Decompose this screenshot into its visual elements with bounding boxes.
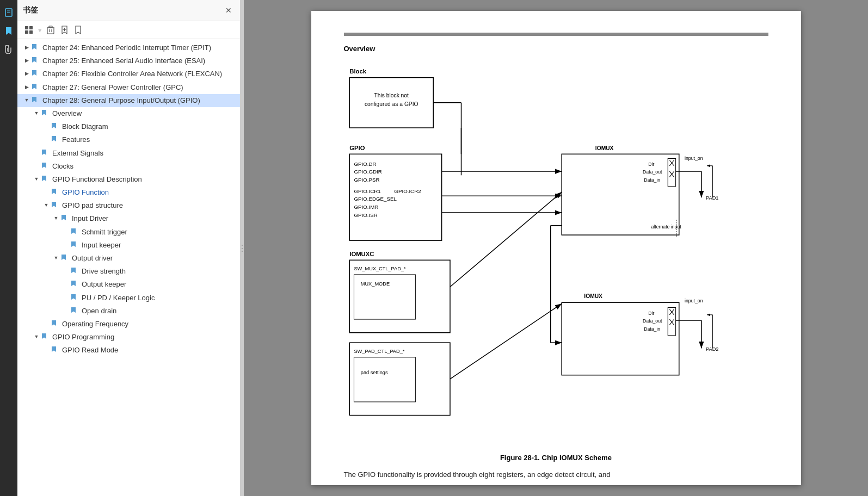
- layout-button[interactable]: [22, 24, 36, 36]
- input-driver-label: Input Driver: [72, 214, 236, 224]
- iomux-scheme-svg: Block This block not configured as a GPI…: [344, 64, 768, 443]
- tree-item-pu-pd-keeper[interactable]: PU / PD / Keeper Logic: [17, 292, 240, 305]
- svg-text:SW_PAD_CTL_PAD_*: SW_PAD_CTL_PAD_*: [354, 349, 404, 354]
- bookmark-icon-gpio-func-desc: [41, 175, 50, 182]
- bookmark-icon-features: [51, 135, 60, 142]
- ch27-label: Chapter 27: General Power Controller (GP…: [42, 83, 236, 92]
- bookmark-icon-gpio-programming: [41, 332, 50, 339]
- tree-item-overview[interactable]: Overview: [17, 107, 240, 120]
- sidebar-toolbar: ▾: [17, 21, 240, 39]
- tree-item-ch24[interactable]: Chapter 24: Enhanced Periodic Interrupt …: [17, 41, 240, 54]
- tree-item-external-signals[interactable]: External Signals: [17, 147, 240, 160]
- svg-rect-63: [562, 302, 679, 375]
- svg-line-59: [450, 303, 562, 379]
- bookmark-button2[interactable]: [72, 24, 84, 36]
- toggle-external-signals: [32, 148, 41, 149]
- output-driver-label: Output driver: [72, 253, 236, 263]
- toggle-ch27[interactable]: [22, 83, 32, 91]
- svg-text:GPIO.PSR: GPIO.PSR: [354, 177, 379, 183]
- bookmark-icon-drive-strength: [71, 266, 79, 274]
- toggle-gpio-programming[interactable]: [32, 332, 41, 340]
- sidebar-title: 书签: [23, 5, 38, 15]
- tree-item-input-keeper[interactable]: Input keeper: [17, 239, 240, 252]
- tree-item-open-drain[interactable]: Open drain: [17, 305, 240, 318]
- paperclip-icon[interactable]: [2, 42, 16, 57]
- bookmark-icon-block-diagram: [51, 122, 60, 129]
- svg-text:GPIO.DR: GPIO.DR: [354, 161, 376, 167]
- ch25-label: Chapter 25: Enhanced Serial Audio Interf…: [42, 56, 236, 66]
- gpio-function-label[interactable]: GPIO Function: [62, 188, 236, 197]
- svg-text:alternate input: alternate input: [651, 224, 681, 230]
- tree-item-gpio-read-mode[interactable]: GPIO Read Mode: [17, 344, 240, 357]
- delete-button[interactable]: [44, 24, 57, 36]
- toggle-ch24[interactable]: [22, 43, 32, 51]
- gpio-pad-structure-label: GPIO pad structure: [62, 201, 236, 210]
- tree-item-schmitt-trigger[interactable]: Schmitt trigger: [17, 226, 240, 239]
- toggle-clocks: [32, 162, 41, 162]
- tree-item-features[interactable]: Features: [17, 133, 240, 146]
- tree-item-drive-strength[interactable]: Drive strength: [17, 265, 240, 278]
- bookmark-icon-overview: [41, 109, 50, 116]
- svg-text:GPIO.ICR1: GPIO.ICR1: [354, 188, 380, 194]
- main-content: Overview Block This block not configured…: [244, 0, 868, 496]
- clocks-label: Clocks: [52, 162, 236, 171]
- tree-item-clocks[interactable]: Clocks: [17, 160, 240, 173]
- page-container[interactable]: Overview Block This block not configured…: [244, 0, 868, 496]
- tree-item-ch27[interactable]: Chapter 27: General Power Controller (GP…: [17, 81, 240, 94]
- bookmark-add-button[interactable]: [58, 24, 71, 36]
- tree-item-output-driver[interactable]: Output driver: [17, 252, 240, 265]
- section-title: Overview: [344, 45, 768, 53]
- pu-pd-keeper-label: PU / PD / Keeper Logic: [82, 293, 236, 303]
- toggle-gpio-read-mode: [41, 345, 51, 346]
- toggle-schmitt-trigger: [61, 227, 71, 228]
- svg-rect-5: [25, 30, 28, 34]
- svg-text:PAD2: PAD2: [706, 346, 718, 352]
- sidebar-header: 书签 ✕: [17, 0, 240, 21]
- gpio-func-desc-label: GPIO Functional Description: [52, 175, 236, 184]
- tree-item-ch25[interactable]: Chapter 25: Enhanced Serial Audio Interf…: [17, 54, 240, 67]
- svg-text:This block not: This block not: [374, 92, 408, 98]
- svg-text:IOMUX: IOMUX: [584, 293, 602, 299]
- tree-item-gpio-programming[interactable]: GPIO Programming: [17, 331, 240, 344]
- svg-text:GPIO.ICR2: GPIO.ICR2: [394, 188, 421, 194]
- svg-rect-4: [29, 26, 33, 29]
- toggle-output-driver[interactable]: [51, 253, 61, 262]
- toggle-gpio-func-desc[interactable]: [32, 175, 41, 183]
- toggle-input-driver[interactable]: [51, 214, 61, 222]
- bookmark-icon-clocks: [41, 162, 50, 169]
- tree-item-gpio-function[interactable]: GPIO Function: [17, 186, 240, 199]
- ch28-label: Chapter 28: General Purpose Input/Output…: [42, 96, 236, 106]
- bookmarks-panel-icon[interactable]: [2, 5, 16, 20]
- tree-item-operating-frequency[interactable]: Operating Frequency: [17, 318, 240, 331]
- figure-caption: Figure 28-1. Chip IOMUX Scheme: [344, 454, 768, 462]
- bookmark-icon-gpio-pad-structure: [51, 201, 60, 208]
- bookmark-icon-external-signals: [41, 148, 50, 156]
- svg-text:GPIO: GPIO: [349, 145, 365, 151]
- toggle-gpio-pad-structure[interactable]: [41, 201, 51, 209]
- tree-item-ch28[interactable]: Chapter 28: General Purpose Input/Output…: [17, 94, 240, 107]
- gpio-programming-label: GPIO Programming: [52, 332, 236, 342]
- toggle-ch28[interactable]: [22, 96, 32, 104]
- tree-item-block-diagram[interactable]: Block Diagram: [17, 120, 240, 133]
- svg-text:MUX_MODE: MUX_MODE: [360, 281, 389, 287]
- ch24-label: Chapter 24: Enhanced Periodic Interrupt …: [42, 43, 236, 53]
- toggle-ch26[interactable]: [22, 69, 32, 77]
- tree-item-gpio-func-desc[interactable]: GPIO Functional Description: [17, 173, 240, 186]
- tree-item-input-driver[interactable]: Input Driver: [17, 212, 240, 225]
- toggle-overview[interactable]: [32, 109, 41, 117]
- svg-text:Data_out: Data_out: [643, 169, 662, 175]
- bookmark-icon-ch28: [32, 96, 40, 103]
- tree-item-ch26[interactable]: Chapter 26: Flexible Controller Area Net…: [17, 67, 240, 80]
- bookmark-icon-input-driver: [61, 214, 70, 221]
- svg-text:input_on: input_on: [685, 298, 703, 303]
- bookmarks-icon[interactable]: [2, 24, 16, 38]
- tree-item-gpio-pad-structure[interactable]: GPIO pad structure: [17, 199, 240, 212]
- gpio-read-mode-label: GPIO Read Mode: [62, 345, 236, 355]
- toggle-ch25[interactable]: [22, 56, 32, 64]
- bookmark-icon-open-drain: [71, 306, 79, 313]
- close-sidebar-button[interactable]: ✕: [223, 4, 235, 16]
- tree-item-output-keeper[interactable]: Output keeper: [17, 278, 240, 291]
- svg-rect-3: [25, 26, 28, 29]
- svg-text:IOMUXC: IOMUXC: [349, 251, 374, 257]
- svg-text:GPIO.IMR: GPIO.IMR: [354, 204, 378, 210]
